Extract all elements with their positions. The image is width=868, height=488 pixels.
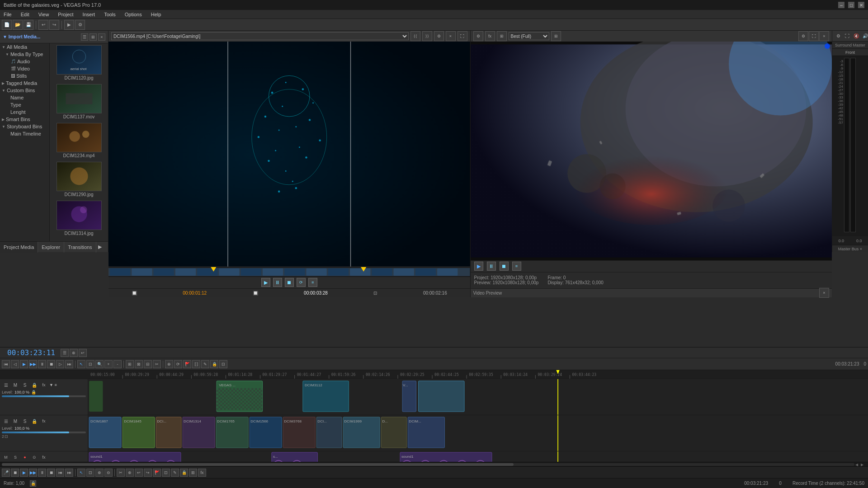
trimmer-stop-btn[interactable]: ⏹	[285, 278, 294, 287]
maximize-button[interactable]: □	[848, 2, 854, 8]
track2-fx-btn[interactable]: fx	[40, 417, 48, 425]
at1-fx-btn[interactable]: fx	[40, 453, 48, 461]
minimize-button[interactable]: –	[838, 2, 844, 8]
tab-transitions[interactable]: Transitions	[64, 242, 96, 253]
tl-undo-btn[interactable]: ↩	[79, 349, 87, 357]
menu-help[interactable]: Help	[149, 12, 163, 17]
surround-size-btn[interactable]: ⛶	[843, 32, 851, 40]
bt-fx-btn[interactable]: fx	[198, 469, 206, 477]
vp-fx-btn[interactable]: fx	[485, 31, 495, 41]
tree-lenght[interactable]: Lenght	[0, 108, 49, 116]
tl-pause-btn[interactable]: ⏸	[38, 360, 46, 368]
track1-level-lock[interactable]: 🔒	[31, 390, 36, 394]
pm-close-btn[interactable]: ×	[98, 33, 105, 41]
vp-quality-select[interactable]: Best (Full)	[509, 32, 549, 40]
trimmer-settings-btn[interactable]: ⚙	[434, 31, 444, 41]
thumbnail-item-2[interactable]: DCIM1137.mov	[52, 84, 106, 119]
vp-grid-btn[interactable]: ⊞	[551, 31, 561, 41]
tl-snap-btn[interactable]: ⊕	[165, 360, 173, 368]
bt-undo-btn[interactable]: ↩	[135, 469, 143, 477]
tree-main-timeline[interactable]: Main Timeline	[0, 130, 49, 137]
tl-play-btn[interactable]: ▶	[20, 360, 28, 368]
close-button[interactable]: ✕	[858, 2, 864, 8]
menu-options[interactable]: Options	[123, 12, 144, 17]
bt-lock-btn[interactable]: 🔒	[180, 469, 188, 477]
vp-zoom-btn[interactable]: ⊞	[497, 31, 507, 41]
vp-stop-btn[interactable]: ⏹	[500, 262, 509, 271]
tl-region-btn[interactable]: ⟦⟧	[192, 360, 200, 368]
tree-video[interactable]: 🎬 Video	[0, 65, 49, 72]
tl-ripple-btn[interactable]: ⊞	[126, 360, 134, 368]
at1-rec-btn[interactable]: ●	[21, 453, 29, 461]
at1-solo-btn[interactable]: S	[11, 453, 19, 461]
new-button[interactable]: 📄	[2, 20, 12, 30]
tl-delete-btn[interactable]: ✂	[153, 360, 161, 368]
thumbnail-item-3[interactable]: DCIM1234.mp4	[52, 123, 106, 158]
surround-mute-btn[interactable]: 🔇	[852, 32, 860, 40]
trimmer-fullscreen-btn[interactable]: ⛶	[458, 31, 467, 41]
left-panel-expand[interactable]: ▶	[96, 244, 104, 250]
redo-button[interactable]: ↪	[49, 20, 59, 30]
tl-select-btn[interactable]: ⊡	[86, 360, 94, 368]
status-lock-btn[interactable]: 🔒	[30, 480, 36, 487]
bt-redo-btn[interactable]: ↪	[144, 469, 152, 477]
pm-grid-btn[interactable]: ⊞	[90, 33, 97, 41]
tl-list-btn[interactable]: ☰	[61, 349, 69, 357]
menu-tools[interactable]: Tools	[102, 12, 118, 17]
menu-file[interactable]: File	[2, 12, 14, 17]
vp-close-btn[interactable]: ×	[819, 31, 829, 41]
scroll-right-btn[interactable]: ▶	[861, 463, 866, 466]
track2-lock-btn[interactable]: 🔒	[30, 417, 38, 425]
bt-back-btn[interactable]: ⏮	[56, 469, 64, 477]
trimmer-pause-btn[interactable]: ⏸	[273, 278, 282, 287]
tl-prev-frame-btn[interactable]: ◁	[11, 360, 19, 368]
trimmer-play-btn[interactable]: ▶	[261, 278, 270, 287]
tree-stills[interactable]: 🖼 Stills	[0, 72, 49, 80]
vp-close-footer-btn[interactable]: ×	[819, 288, 829, 298]
bt-zoom3-btn[interactable]: ⊖	[104, 469, 113, 477]
tl-zoom-btn[interactable]: 🔍	[95, 360, 104, 368]
bt-group-btn[interactable]: ⊞	[189, 469, 197, 477]
thumbnail-item-1[interactable]: aerial shot DCIM1120.jpg	[52, 45, 106, 80]
bt-loop-play-btn[interactable]: ▶▶	[29, 469, 37, 477]
bt-play-rec-btn[interactable]: ▶	[20, 469, 28, 477]
bt-edit-btn[interactable]: ✎	[171, 469, 179, 477]
at1-mute-btn[interactable]: M	[2, 453, 10, 461]
trimmer-close-btn[interactable]: ×	[446, 31, 456, 41]
track2-level-slider[interactable]	[2, 432, 86, 433]
tree-custom-bins[interactable]: ▼ Custom Bins	[0, 87, 49, 94]
menu-view[interactable]: View	[37, 12, 51, 17]
vp-menu-btn[interactable]: ≡	[512, 262, 521, 271]
thumbnail-item-4[interactable]: DCIM1290.jpg	[52, 162, 106, 197]
bt-stop-rec-btn[interactable]: ⏹	[11, 469, 19, 477]
tl-group-btn[interactable]: ⊡	[219, 360, 227, 368]
tree-smart-bins[interactable]: ▶ Smart Bins	[0, 116, 49, 123]
timeline-scrollbar[interactable]: ◀ ▶	[0, 462, 868, 466]
tl-edit-btn[interactable]: ✎	[201, 360, 209, 368]
vp-fullscreen-btn[interactable]: ⛶	[809, 31, 819, 41]
tree-media-by-type[interactable]: ▼ Media By Type	[0, 51, 49, 58]
tl-marker-btn[interactable]: 🚩	[183, 360, 191, 368]
scroll-left-btn[interactable]: ◀	[855, 463, 861, 466]
vp-settings-btn2[interactable]: ⚙	[798, 31, 808, 41]
bt-flag-btn[interactable]: 🚩	[153, 469, 161, 477]
tl-zoom-in-btn[interactable]: +	[104, 360, 113, 368]
tree-all-media[interactable]: ▼ All Media	[0, 43, 49, 51]
tree-tagged-media[interactable]: ▶ Tagged Media	[0, 80, 49, 87]
tl-rewind-btn[interactable]: ⏮	[2, 360, 10, 368]
import-media-label[interactable]: ▼ Import Media...	[3, 34, 40, 39]
tl-cursor-btn[interactable]: ↖	[77, 360, 85, 368]
tab-explorer[interactable]: Explorer	[38, 242, 64, 253]
track1-mute-btn[interactable]: M	[11, 381, 19, 389]
trimmer-next-btn[interactable]: ⟩⟩	[422, 31, 432, 41]
track1-level-slider[interactable]	[2, 395, 86, 397]
track2-list-btn[interactable]: ☰	[2, 417, 10, 425]
tree-type[interactable]: Type	[0, 101, 49, 108]
vp-play-btn[interactable]: ▶	[474, 262, 483, 271]
tree-storyboard-bins[interactable]: ▼ Storyboard Bins	[0, 123, 49, 130]
tree-name[interactable]: Name	[0, 94, 49, 101]
track1-fx-btn[interactable]: fx	[40, 381, 48, 389]
tl-lock-btn[interactable]: 🔒	[210, 360, 218, 368]
bt-marker-btn[interactable]: ⊡	[162, 469, 170, 477]
track2-mute-btn[interactable]: M	[11, 417, 19, 425]
